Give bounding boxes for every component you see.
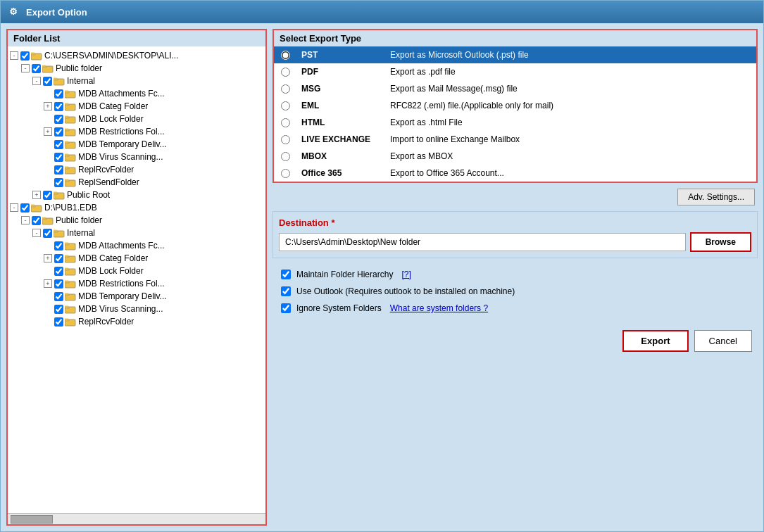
folder-checkbox[interactable] — [54, 165, 63, 175]
tree-item[interactable]: ReplSendFolder — [8, 176, 265, 189]
tree-item[interactable]: + MDB Categ Folder — [8, 252, 265, 265]
export-radio[interactable] — [281, 84, 290, 94]
folder-checkbox[interactable] — [54, 279, 63, 289]
folder-checkbox[interactable] — [32, 64, 41, 73]
export-type-item[interactable]: PST Export as Microsoft Outlook (.pst) f… — [274, 46, 756, 63]
folder-icon — [65, 254, 76, 263]
folder-label: MDB Restrictions Fol... — [78, 279, 165, 289]
export-radio[interactable] — [281, 169, 290, 178]
svg-rect-8 — [54, 77, 57, 79]
expander-icon[interactable]: - — [20, 215, 30, 225]
tree-item[interactable]: - Internal — [8, 227, 265, 239]
destination-input[interactable] — [279, 233, 686, 251]
dialog-title: Export Option — [26, 7, 87, 18]
folder-checkbox[interactable] — [54, 153, 63, 162]
folder-icon — [65, 115, 76, 124]
tree-item[interactable]: - Public folder — [8, 214, 265, 227]
folder-checkbox[interactable] — [32, 216, 41, 225]
folder-label: D:\PUB1.EDB — [44, 203, 97, 213]
folder-checkbox[interactable] — [54, 267, 63, 276]
expander-icon[interactable]: - — [9, 51, 19, 61]
export-radio[interactable] — [281, 152, 290, 161]
tree-item[interactable]: MDB Virus Scanning... — [8, 303, 265, 315]
folder-label: Public Root — [67, 190, 110, 200]
export-button[interactable]: Export — [622, 330, 688, 352]
svg-rect-5 — [42, 65, 46, 66]
tree-item[interactable]: MDB Temporary Deliv... — [8, 290, 265, 303]
option-help-link[interactable]: [?] — [401, 270, 411, 279]
tree-item[interactable]: MDB Attachments Fc... — [8, 239, 265, 252]
folder-checkbox[interactable] — [20, 203, 30, 213]
folder-checkbox[interactable] — [54, 140, 63, 149]
export-radio[interactable] — [281, 118, 290, 127]
folder-checkbox[interactable] — [54, 115, 63, 124]
expander-icon[interactable]: - — [9, 203, 19, 213]
browse-button[interactable]: Browse — [690, 232, 751, 252]
option-checkbox[interactable] — [281, 303, 291, 313]
expander-icon[interactable]: + — [43, 101, 53, 111]
cancel-button[interactable]: Cancel — [694, 330, 752, 352]
tree-item[interactable]: + MDB Restrictions Fol... — [8, 277, 265, 290]
export-radio[interactable] — [281, 51, 290, 60]
tree-item[interactable]: - Internal — [8, 75, 265, 87]
tree-item[interactable]: - Public folder — [8, 62, 265, 75]
tree-item[interactable]: - D:\PUB1.EDB — [8, 201, 265, 214]
export-radio[interactable] — [281, 135, 290, 144]
export-option-dialog: ⚙ Export Option Folder List - C:\USERS\A… — [0, 0, 764, 532]
tree-item[interactable]: MDB Virus Scanning... — [8, 151, 265, 163]
export-type-item[interactable]: PDF Export as .pdf file — [274, 63, 756, 80]
export-type-item[interactable]: MSG Export as Mail Message(.msg) file — [274, 80, 756, 97]
expander-icon[interactable]: + — [32, 190, 42, 200]
tree-item[interactable]: MDB Temporary Deliv... — [8, 138, 265, 151]
tree-item[interactable]: ReplRcvFolder — [8, 315, 265, 328]
folder-checkbox[interactable] — [54, 292, 63, 301]
folder-checkbox[interactable] — [20, 51, 30, 61]
export-radio[interactable] — [281, 101, 290, 110]
folder-checkbox[interactable] — [43, 229, 52, 238]
adv-settings-button[interactable]: Adv. Settings... — [677, 189, 755, 205]
export-radio[interactable] — [281, 68, 290, 77]
export-type-item[interactable]: EML RFC822 (.eml) file.(Applicable only … — [274, 97, 756, 114]
folder-checkbox[interactable] — [43, 191, 52, 200]
export-type-item[interactable]: Office 365 Export to Office 365 Account.… — [274, 165, 756, 182]
option-label: Use Outlook (Requires outlook to be inst… — [296, 286, 515, 296]
expander-icon[interactable]: + — [43, 279, 53, 289]
folder-icon — [42, 64, 54, 73]
tree-item[interactable]: + Public Root — [8, 189, 265, 201]
export-type-item[interactable]: MBOX Export as MBOX — [274, 148, 756, 165]
folder-checkbox[interactable] — [43, 77, 52, 86]
folder-checkbox[interactable] — [54, 317, 63, 327]
folder-checkbox[interactable] — [54, 102, 63, 111]
option-checkbox[interactable] — [281, 270, 291, 279]
folder-icon — [54, 191, 65, 200]
export-type-name: HTML — [301, 118, 379, 127]
option-help-link[interactable]: What are system folders ? — [390, 303, 488, 313]
tree-item[interactable]: MDB Lock Folder — [8, 265, 265, 277]
horizontal-scrollbar[interactable] — [8, 513, 265, 524]
expander-icon[interactable]: - — [32, 76, 42, 86]
export-type-item[interactable]: HTML Export as .html File — [274, 114, 756, 131]
svg-rect-47 — [65, 242, 68, 243]
folder-checkbox[interactable] — [54, 241, 63, 251]
tree-item[interactable]: MDB Attachments Fc... — [8, 87, 265, 100]
expander-icon[interactable]: + — [43, 253, 53, 263]
folder-checkbox[interactable] — [54, 305, 63, 314]
expander-icon[interactable]: + — [43, 127, 53, 137]
tree-item[interactable]: + MDB Restrictions Fol... — [8, 125, 265, 138]
folder-label: ReplRcvFolder — [78, 165, 134, 175]
folder-icon — [65, 102, 76, 111]
tree-item[interactable]: MDB Lock Folder — [8, 113, 265, 125]
folder-checkbox[interactable] — [54, 178, 63, 187]
scroll-thumb[interactable] — [11, 515, 53, 524]
expander-icon[interactable]: - — [32, 228, 42, 238]
tree-item[interactable]: ReplRcvFolder — [8, 163, 265, 176]
option-checkbox[interactable] — [281, 286, 291, 296]
folder-checkbox[interactable] — [54, 127, 63, 137]
tree-item[interactable]: - C:\USERS\ADMIN\DESKTOP\ALI... — [8, 49, 265, 62]
folder-tree[interactable]: - C:\USERS\ADMIN\DESKTOP\ALI...- Public … — [8, 46, 265, 513]
tree-item[interactable]: + MDB Categ Folder — [8, 100, 265, 113]
folder-checkbox[interactable] — [54, 254, 63, 263]
expander-icon[interactable]: - — [20, 63, 30, 73]
folder-checkbox[interactable] — [54, 89, 63, 99]
export-type-item[interactable]: LIVE EXCHANGE Import to online Exchange … — [274, 131, 756, 148]
